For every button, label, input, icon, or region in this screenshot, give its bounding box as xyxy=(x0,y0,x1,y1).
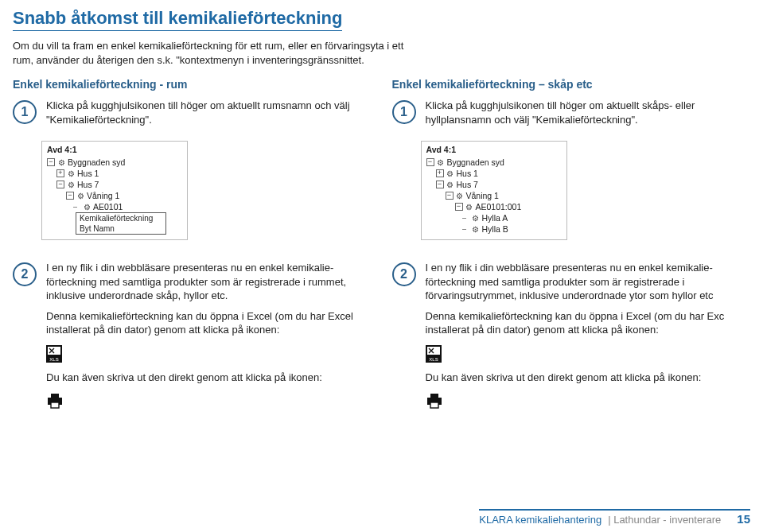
tree-right: Avd 4:1 − Byggnaden syd + Hus 1 − Hus 7 … xyxy=(421,141,567,240)
collapse-icon[interactable]: − xyxy=(446,192,454,200)
collapse-icon[interactable]: − xyxy=(426,158,434,166)
tree-node[interactable]: − AE0101:001 xyxy=(426,201,562,212)
xls-icon[interactable]: XLS xyxy=(426,345,442,363)
gear-icon[interactable] xyxy=(67,169,75,178)
page-title: Snabb åtkomst till kemikalieförteckning xyxy=(13,8,342,31)
tree-node-label: Hus 7 xyxy=(457,180,478,189)
right-step-2: 2 I en ny flik i din webbläsare presente… xyxy=(392,261,751,417)
right-step-1: 1 Klicka på kugghjulsikonen till höger o… xyxy=(392,99,751,133)
gear-icon[interactable] xyxy=(472,224,480,234)
column-right: Enkel kemikalieförteckning – skåp etc 1 … xyxy=(392,78,751,247)
right-step2b: Denna kemikalieförteckning kan du öppna … xyxy=(426,309,751,337)
collapse-icon[interactable]: − xyxy=(56,181,64,188)
tree-node-label: Hylla B xyxy=(482,224,508,234)
tree-left: Avd 4:1 − Byggnaden syd + Hus 1 − Hus 7 … xyxy=(41,141,188,240)
tree-left-title: Avd 4:1 xyxy=(47,145,182,154)
tree-node-label: Hus 1 xyxy=(77,169,99,178)
left-step-2: 2 I en ny flik i din webbläsare presente… xyxy=(13,261,372,417)
tree-node-label: Våning 1 xyxy=(87,191,119,200)
tree-node[interactable]: − Hus 7 xyxy=(47,179,182,190)
footer: KLARA kemikaliehantering | Lathundar - i… xyxy=(13,509,750,526)
tree-node[interactable]: − Byggnaden syd xyxy=(47,157,182,168)
tree-node[interactable]: − Hus 7 xyxy=(426,179,562,190)
step-badge-2: 2 xyxy=(13,262,37,286)
leaf-icon xyxy=(465,227,469,231)
svg-rect-1 xyxy=(48,347,60,355)
svg-rect-4 xyxy=(51,394,59,398)
tree-node-label: AE0101 xyxy=(93,202,123,212)
step-badge-1: 1 xyxy=(13,100,37,124)
column-right-2: 2 I en ny flik i din webbläsare presente… xyxy=(392,261,751,425)
intro-text: Om du vill ta fram en enkel kemikalieför… xyxy=(13,39,426,67)
tree-node-label: AE0101:001 xyxy=(476,202,522,212)
svg-text:XLS: XLS xyxy=(49,357,58,362)
tree-node[interactable]: + Hus 1 xyxy=(426,168,562,179)
tree-node[interactable]: Hylla A xyxy=(426,212,562,223)
collapse-icon[interactable]: − xyxy=(436,181,444,188)
collapse-icon[interactable]: − xyxy=(66,192,74,200)
svg-text:XLS: XLS xyxy=(429,357,438,362)
tree-node[interactable]: − Våning 1 xyxy=(47,190,182,201)
left-step1-text: Klicka på kugghjulsikonen till höger om … xyxy=(46,99,372,126)
column-left-2: 2 I en ny flik i din webbläsare presente… xyxy=(13,261,372,425)
right-step2c: Du kan även skriva ut den direkt genom a… xyxy=(426,371,751,385)
svg-rect-11 xyxy=(430,402,438,408)
footer-subtitle: | Lathundar - inventerare xyxy=(608,514,721,526)
printer-icon[interactable] xyxy=(46,393,64,409)
gear-icon[interactable] xyxy=(456,191,464,200)
gear-icon[interactable] xyxy=(76,191,84,200)
tree-node-label: Hus 7 xyxy=(77,180,99,189)
gear-icon[interactable] xyxy=(472,213,480,223)
tree-node-label: Våning 1 xyxy=(466,191,499,200)
left-step2c: Du kan även skriva ut den direkt genom a… xyxy=(46,371,372,385)
gear-icon[interactable] xyxy=(83,202,91,212)
context-menu: Kemikalieförteckning Byt Namn xyxy=(76,212,166,235)
left-step2a: I en ny flik i din webbläsare presentera… xyxy=(46,261,372,303)
collapse-icon[interactable]: − xyxy=(455,203,463,211)
leaf-icon xyxy=(465,216,469,220)
step-badge-2: 2 xyxy=(392,262,416,286)
gear-icon[interactable] xyxy=(57,157,65,167)
tree-node[interactable]: Hylla B xyxy=(426,223,562,235)
tree-node-label: Hus 1 xyxy=(457,169,478,178)
tree-node[interactable]: − Våning 1 xyxy=(426,190,562,201)
subhead-left: Enkel kemikalieförteckning - rum xyxy=(13,78,372,91)
gear-icon[interactable] xyxy=(465,202,473,212)
ctx-item-bytnamn[interactable]: Byt Namn xyxy=(76,223,165,234)
left-step2b: Denna kemikalieförteckning kan du öppna … xyxy=(46,309,372,337)
leaf-icon xyxy=(76,204,80,209)
gear-icon[interactable] xyxy=(446,180,454,189)
step-badge-1: 1 xyxy=(392,100,416,124)
printer-icon[interactable] xyxy=(426,393,443,409)
gear-icon[interactable] xyxy=(437,157,445,167)
ctx-item-kemforteckning[interactable]: Kemikalieförteckning xyxy=(76,213,165,223)
tree-right-title: Avd 4:1 xyxy=(426,145,562,154)
tree-node-label: Hylla A xyxy=(482,213,508,223)
footer-brand: KLARA kemikaliehantering xyxy=(479,514,601,526)
right-step1-text: Klicka på kugghjulsikonen till höger om … xyxy=(426,99,751,126)
collapse-icon[interactable]: − xyxy=(47,158,55,166)
right-step2a: I en ny flik i din webbläsare presentera… xyxy=(426,261,751,303)
expand-icon[interactable]: + xyxy=(436,169,444,177)
left-step-1: 1 Klicka på kugghjulsikonen till höger o… xyxy=(13,99,372,133)
tree-node-label: Byggnaden syd xyxy=(68,157,125,167)
svg-rect-7 xyxy=(427,347,440,355)
gear-icon[interactable] xyxy=(446,169,454,178)
svg-rect-10 xyxy=(430,394,438,398)
expand-icon[interactable]: + xyxy=(56,169,64,177)
tree-node[interactable]: + Hus 1 xyxy=(47,168,182,179)
tree-node[interactable]: AE0101 xyxy=(47,201,182,212)
tree-node-label: Byggnaden syd xyxy=(447,157,504,167)
svg-rect-5 xyxy=(51,402,59,408)
tree-node[interactable]: − Byggnaden syd xyxy=(426,157,562,168)
xls-icon[interactable]: XLS xyxy=(46,345,62,363)
gear-icon[interactable] xyxy=(67,180,75,189)
subhead-right: Enkel kemikalieförteckning – skåp etc xyxy=(392,78,751,91)
column-left: Enkel kemikalieförteckning - rum 1 Klick… xyxy=(13,78,372,247)
footer-page-number: 15 xyxy=(737,512,750,526)
